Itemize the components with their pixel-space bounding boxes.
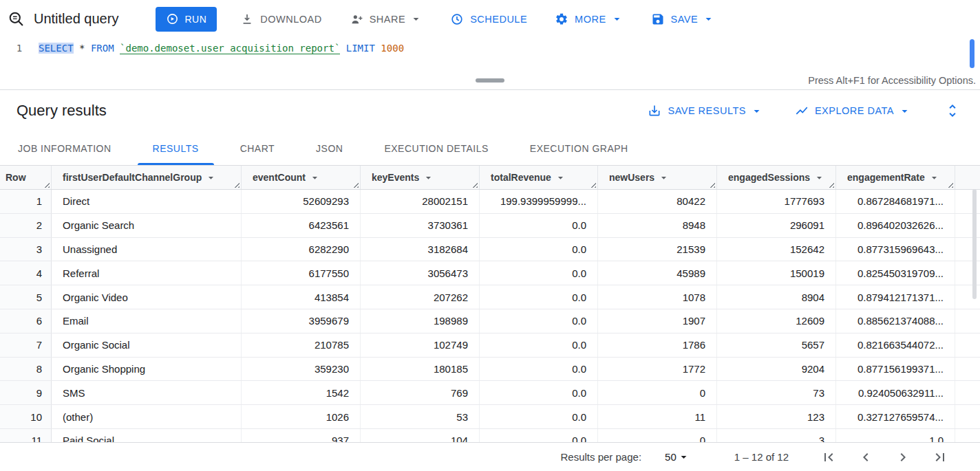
data-cell: 0.0 [480, 358, 598, 381]
tab-execution-graph[interactable]: EXECUTION GRAPH [509, 131, 649, 165]
column-label: totalRevenue [491, 172, 551, 183]
chevron-down-icon [750, 105, 763, 118]
first-page-icon [820, 449, 837, 465]
tab-chart[interactable]: CHART [220, 131, 295, 165]
data-cell: 0.0 [480, 405, 598, 428]
data-cell: Direct [52, 190, 242, 213]
share-button[interactable]: SHARE [348, 8, 424, 30]
table-row: 2Organic Search642356137303610.089482960… [0, 214, 980, 238]
row-number-cell: 11 [0, 429, 52, 442]
first-page-button[interactable] [820, 449, 837, 465]
play-icon [166, 12, 179, 25]
data-cell: 3056473 [361, 261, 480, 285]
chevron-down-icon [898, 105, 911, 118]
data-cell: 1078 [598, 285, 717, 309]
column-resize-handle[interactable] [471, 181, 478, 188]
row-number-cell: 1 [0, 190, 52, 213]
run-button[interactable]: RUN [156, 7, 217, 32]
sql-code-line[interactable]: SELECT * FROM `demo.demoset.user_acquisi… [39, 38, 404, 72]
data-cell: 937 [242, 429, 361, 442]
previous-page-button[interactable] [858, 449, 874, 465]
table-row: 5Organic Video4138542072620.0107889040.8… [0, 285, 980, 309]
column-header-newUsers[interactable]: newUsers [598, 166, 717, 189]
results-title: Query results [17, 102, 648, 120]
save-button[interactable]: SAVE [650, 8, 717, 30]
last-page-button[interactable] [932, 449, 948, 465]
column-header-eventCount[interactable]: eventCount [242, 166, 361, 189]
sort-menu-icon[interactable] [555, 172, 566, 184]
sort-menu-icon[interactable] [205, 172, 217, 184]
column-resize-handle[interactable] [946, 181, 953, 188]
last-page-icon [932, 449, 948, 465]
row-number-cell: 5 [0, 285, 52, 309]
sql-token-select-keyword: SELECT [39, 43, 74, 54]
data-cell: Paid Social [52, 429, 242, 442]
sort-menu-icon[interactable] [658, 172, 670, 184]
column-resize-handle[interactable] [708, 181, 715, 188]
data-cell: 3959679 [242, 309, 361, 333]
data-cell: 0.825450319709... [836, 261, 955, 285]
tab-json[interactable]: JSON [295, 131, 363, 165]
save-results-icon [648, 104, 661, 118]
table-row: 9SMS15427690.00730.924050632911... [0, 381, 980, 405]
column-header-engagementRate[interactable]: engagementRate [836, 166, 955, 189]
query-toolbar: Untitled query RUN DOWNLOAD SHARE SCHEDU… [0, 0, 980, 38]
sql-token-limit-value: 1000 [381, 43, 404, 54]
sort-menu-icon[interactable] [423, 172, 434, 184]
tab-execution-details[interactable]: EXECUTION DETAILS [363, 131, 509, 165]
column-header-engagedSessions[interactable]: engagedSessions [717, 166, 836, 189]
page-range-label: 1 – 12 of 12 [734, 451, 789, 463]
data-cell: Referral [52, 261, 242, 285]
column-label: Row [6, 172, 26, 183]
data-cell: 0.0 [480, 333, 598, 357]
data-cell: 0 [598, 381, 717, 404]
table-scrollbar[interactable] [971, 166, 978, 442]
data-cell: 0.867284681971... [836, 190, 955, 213]
column-resize-handle[interactable] [43, 181, 50, 188]
download-button[interactable]: DOWNLOAD [239, 8, 323, 30]
next-page-button[interactable] [895, 449, 911, 465]
tab-results[interactable]: RESULTS [132, 131, 220, 165]
results-per-page-select[interactable]: 50 [665, 450, 690, 463]
chart-icon [795, 104, 809, 118]
data-cell: 0.877156199371... [836, 358, 955, 381]
sort-menu-icon[interactable] [309, 172, 321, 184]
more-button[interactable]: MORE [553, 8, 625, 30]
data-cell: 0.0 [480, 238, 598, 261]
data-cell: 6177550 [242, 261, 361, 285]
explore-data-button[interactable]: EXPLORE DATA [795, 104, 911, 118]
data-cell: 0.0 [480, 309, 598, 333]
page-size-value: 50 [665, 451, 677, 463]
tab-job-information[interactable]: JOB INFORMATION [0, 131, 132, 165]
column-header-keyEvents[interactable]: keyEvents [361, 166, 480, 189]
data-cell: 80422 [598, 190, 717, 213]
column-resize-handle[interactable] [352, 181, 359, 188]
expand-panel-button[interactable] [943, 101, 962, 120]
data-cell: 28002151 [361, 190, 480, 213]
sort-menu-icon[interactable] [813, 172, 825, 184]
clock-icon [450, 12, 464, 26]
results-tab-bar: JOB INFORMATIONRESULTSCHARTJSONEXECUTION… [0, 131, 980, 166]
column-label: eventCount [253, 172, 306, 183]
column-header-Row[interactable]: Row [0, 166, 52, 189]
data-cell: 0.924050632911... [836, 381, 955, 404]
column-header-totalRevenue[interactable]: totalRevenue [480, 166, 598, 189]
data-cell: 73 [717, 381, 836, 404]
data-cell: 152642 [717, 238, 836, 261]
accessibility-hint: Press Alt+F1 for Accessibility Options. [808, 72, 976, 89]
save-results-button[interactable]: SAVE RESULTS [648, 104, 763, 118]
data-cell: 1777693 [717, 190, 836, 213]
sort-menu-icon[interactable] [928, 172, 940, 184]
column-resize-handle[interactable] [233, 181, 239, 188]
panel-splitter: Press Alt+F1 for Accessibility Options. [0, 72, 980, 89]
schedule-button[interactable]: SCHEDULE [449, 8, 529, 30]
panel-resize-handle[interactable] [476, 78, 504, 83]
column-resize-handle[interactable] [827, 181, 834, 188]
column-header-firstUserDefaultChannelGroup[interactable]: firstUserDefaultChannelGroup [52, 166, 242, 189]
results-table: RowfirstUserDefaultChannelGroupeventCoun… [0, 166, 980, 442]
column-resize-handle[interactable] [589, 181, 596, 188]
data-cell: 1907 [598, 309, 717, 333]
sql-editor[interactable]: 1 SELECT * FROM `demo.demoset.user_acqui… [0, 38, 980, 72]
editor-scrollbar[interactable] [970, 39, 974, 68]
data-cell: 1.0 [836, 429, 955, 442]
